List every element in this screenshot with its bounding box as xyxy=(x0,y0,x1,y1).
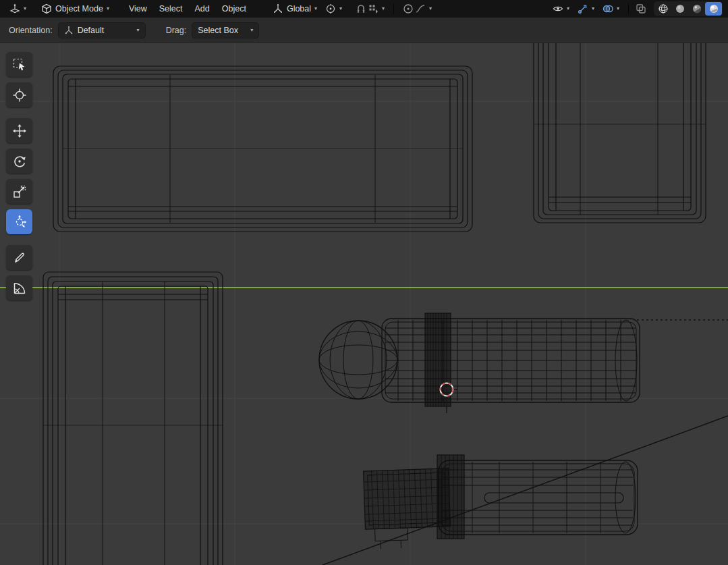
menu-view[interactable]: View xyxy=(123,2,153,16)
wireframe-box-tall-left[interactable] xyxy=(43,272,223,565)
measure-tool-icon xyxy=(12,281,27,296)
falloff-dropdown[interactable]: ▾ xyxy=(414,1,436,16)
xray-toggle[interactable] xyxy=(634,1,648,16)
material-sphere-icon xyxy=(692,3,702,14)
proportional-toggle[interactable] xyxy=(399,1,414,16)
rotate-tool-icon xyxy=(12,154,27,169)
chevron-down-icon: ▾ xyxy=(429,6,432,11)
gizmo-arrow-icon xyxy=(578,3,588,14)
wireframe-microphone[interactable] xyxy=(319,313,640,406)
rendered-sphere-icon xyxy=(708,3,719,14)
transform-tool-icon xyxy=(12,215,27,230)
chevron-down-icon: ▾ xyxy=(107,6,109,11)
toolbar xyxy=(6,52,32,311)
wireframe-sphere-icon xyxy=(658,3,669,14)
snap-increment-icon xyxy=(368,3,379,14)
tool-scale[interactable] xyxy=(6,179,32,204)
annotate-tool-icon xyxy=(12,250,27,265)
proportional-edit-icon xyxy=(403,3,414,14)
menu-bar: View Select Add Object xyxy=(123,2,252,16)
pivot-dropdown[interactable]: ▾ xyxy=(321,1,346,16)
toolbar-group-transform xyxy=(6,118,32,234)
chevron-down-icon: ▾ xyxy=(567,6,569,11)
orientation-setting-value: Default xyxy=(78,26,105,35)
chevron-down-icon: ▾ xyxy=(382,6,385,11)
scene-canvas[interactable] xyxy=(0,43,728,565)
tool-select-box[interactable] xyxy=(6,52,32,77)
eye-icon xyxy=(553,3,563,14)
mode-dropdown[interactable]: Object Mode ▾ xyxy=(37,1,113,16)
xray-squares-icon xyxy=(636,3,646,14)
chevron-down-icon: ▾ xyxy=(137,28,140,33)
menu-add[interactable]: Add xyxy=(189,2,216,16)
tool-cursor[interactable] xyxy=(6,82,32,107)
snap-with-dropdown[interactable]: ▾ xyxy=(367,1,389,16)
toolbar-group-annotate xyxy=(6,245,32,300)
chevron-down-icon: ▾ xyxy=(24,6,26,11)
chevron-down-icon: ▾ xyxy=(592,6,594,11)
drag-setting-dropdown[interactable]: Select Box ▾ xyxy=(192,22,259,38)
viewport-editor-icon xyxy=(9,3,20,14)
chevron-down-icon: ▾ xyxy=(617,6,619,11)
wireframe-box-large-top[interactable] xyxy=(53,66,472,232)
tool-annotate[interactable] xyxy=(6,245,32,270)
editor-type-button[interactable]: ▾ xyxy=(5,1,30,16)
orientation-setting-label: Orientation: xyxy=(9,26,53,35)
header-separator xyxy=(628,3,629,14)
shading-rendered-button[interactable] xyxy=(705,2,722,16)
orientation-setting-dropdown[interactable]: Default ▾ xyxy=(58,22,146,38)
orientation-dropdown[interactable]: Global ▾ xyxy=(269,1,321,16)
shading-wireframe-button[interactable] xyxy=(654,2,671,16)
tool-rotate[interactable] xyxy=(6,149,32,173)
cube-icon xyxy=(41,3,52,14)
select-box-tool-icon xyxy=(12,57,27,72)
scale-tool-icon xyxy=(12,184,27,199)
drag-setting-value: Select Box xyxy=(198,26,238,35)
viewport-header: ▾ Object Mode ▾ View Select Add Object G… xyxy=(0,0,728,18)
menu-object[interactable]: Object xyxy=(216,2,252,16)
chevron-down-icon: ▾ xyxy=(339,6,342,11)
shading-solid-button[interactable] xyxy=(671,2,688,16)
axes-icon xyxy=(273,3,283,14)
pivot-point-icon xyxy=(325,3,336,14)
falloff-curve-icon xyxy=(415,3,426,14)
cursor-tool-icon xyxy=(12,88,27,103)
overlays-circles-icon xyxy=(603,3,613,14)
mode-label: Object Mode xyxy=(55,4,103,14)
tool-transform[interactable] xyxy=(6,209,32,234)
chevron-down-icon: ▾ xyxy=(314,6,317,11)
tool-measure[interactable] xyxy=(6,275,32,300)
solid-sphere-icon xyxy=(675,3,685,14)
header-separator xyxy=(393,3,394,14)
drag-setting-label: Drag: xyxy=(166,26,187,35)
orientation-label: Global xyxy=(287,4,311,14)
tool-move[interactable] xyxy=(6,118,32,143)
visibility-dropdown[interactable]: ▾ xyxy=(549,1,573,16)
toolbar-group-select xyxy=(6,52,32,107)
gizmos-dropdown[interactable]: ▾ xyxy=(573,1,598,16)
move-tool-icon xyxy=(12,124,27,138)
shading-mode-group xyxy=(654,1,723,16)
menu-select[interactable]: Select xyxy=(153,2,189,16)
magnet-icon xyxy=(356,3,366,14)
snap-toggle[interactable] xyxy=(352,1,367,16)
overlays-dropdown[interactable]: ▾ xyxy=(598,1,623,16)
shading-material-button[interactable] xyxy=(688,2,705,16)
axes-icon xyxy=(64,26,74,35)
wireframe-box-tall-right[interactable] xyxy=(534,43,706,223)
chevron-down-icon: ▾ xyxy=(250,28,253,33)
tool-settings-bar: Orientation: Default ▾ Drag: Select Box … xyxy=(0,18,728,43)
viewport-3d[interactable] xyxy=(0,43,728,565)
